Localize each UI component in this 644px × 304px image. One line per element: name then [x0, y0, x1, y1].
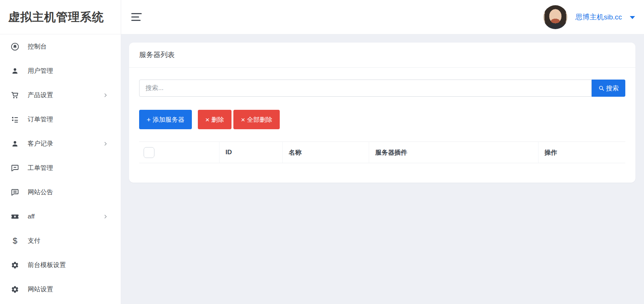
user-icon: [10, 139, 19, 148]
top-bar: 思博主机sib.cc: [121, 0, 644, 34]
sidebar-item-site-settings[interactable]: 网站设置: [0, 277, 121, 301]
sidebar-item-payment[interactable]: $ 支付: [0, 229, 121, 253]
home-circle-icon: [10, 42, 19, 51]
card-header: 服务器列表: [129, 43, 635, 68]
sidebar-item-orders[interactable]: 订单管理: [0, 107, 121, 131]
column-header-id: ID: [220, 142, 283, 163]
order-list-icon: [10, 115, 19, 124]
close-icon: ×: [241, 116, 245, 123]
user-icon: [10, 66, 19, 75]
chevron-right-icon: [103, 93, 108, 98]
sidebar-item-products[interactable]: 产品设置: [0, 83, 121, 107]
page-title: 服务器列表: [139, 50, 175, 60]
select-all-header: [139, 142, 220, 163]
avatar[interactable]: [543, 5, 567, 29]
logo-area: 虚拟主机管理系统: [0, 0, 121, 34]
sidebar-toggle-button[interactable]: [131, 12, 142, 23]
ticket-star-icon: [10, 212, 19, 221]
delete-all-button[interactable]: × 全部删除: [233, 110, 280, 129]
chevron-right-icon: [103, 214, 108, 219]
plus-icon: +: [147, 116, 151, 123]
search-button[interactable]: 搜索: [592, 80, 625, 97]
sidebar-item-console[interactable]: 控制台: [0, 34, 121, 59]
delete-button[interactable]: × 删除: [198, 110, 231, 129]
chat-bubble-minus-icon: [10, 164, 19, 173]
app-root: 虚拟主机管理系统 思博主机sib.cc 控制台 用户管理: [0, 0, 644, 304]
server-list-card: 服务器列表 搜索 + 添加服务器: [129, 43, 635, 183]
user-name[interactable]: 思博主机sib.cc: [575, 12, 622, 22]
cart-icon: [10, 91, 19, 100]
user-menu[interactable]: 思博主机sib.cc: [543, 5, 635, 29]
card-body: 搜索 + 添加服务器 × 删除 × 全部删除: [129, 68, 635, 183]
server-table: ID 名称 服务器插件 操作: [139, 142, 625, 163]
sidebar-item-tickets[interactable]: 工单管理: [0, 156, 121, 180]
column-header-name: 名称: [283, 142, 369, 163]
sidebar-item-aff[interactable]: aff: [0, 204, 121, 229]
sidebar-item-announcements[interactable]: 网站公告: [0, 180, 121, 204]
column-header-plugin: 服务器插件: [369, 142, 538, 163]
column-header-operations: 操作: [538, 142, 625, 163]
search-input[interactable]: [139, 80, 592, 97]
sidebar-item-users[interactable]: 用户管理: [0, 59, 121, 83]
dollar-icon: $: [10, 236, 19, 245]
chat-bubble-lines-icon: [10, 188, 19, 197]
select-all-checkbox[interactable]: [144, 147, 154, 158]
gear-icon: [10, 285, 19, 294]
search-icon: [598, 85, 605, 91]
chevron-down-icon: [630, 16, 635, 19]
sidebar: 控制台 用户管理 产品设置 订单管理: [0, 34, 121, 304]
table-actions: + 添加服务器 × 删除 × 全部删除: [139, 110, 625, 129]
table-header-row: ID 名称 服务器插件 操作: [139, 142, 625, 163]
sidebar-item-customers[interactable]: 客户记录: [0, 131, 121, 156]
close-icon: ×: [205, 116, 209, 123]
app-logo: 虚拟主机管理系统: [8, 9, 104, 25]
chevron-right-icon: [103, 141, 108, 146]
sidebar-item-template-settings[interactable]: 前台模板设置: [0, 253, 121, 277]
main-content: 服务器列表 搜索 + 添加服务器: [121, 34, 644, 304]
hamburger-icon: [131, 13, 142, 14]
search-bar: 搜索: [139, 80, 625, 97]
gear-icon: [10, 261, 19, 270]
add-server-button[interactable]: + 添加服务器: [139, 110, 192, 129]
